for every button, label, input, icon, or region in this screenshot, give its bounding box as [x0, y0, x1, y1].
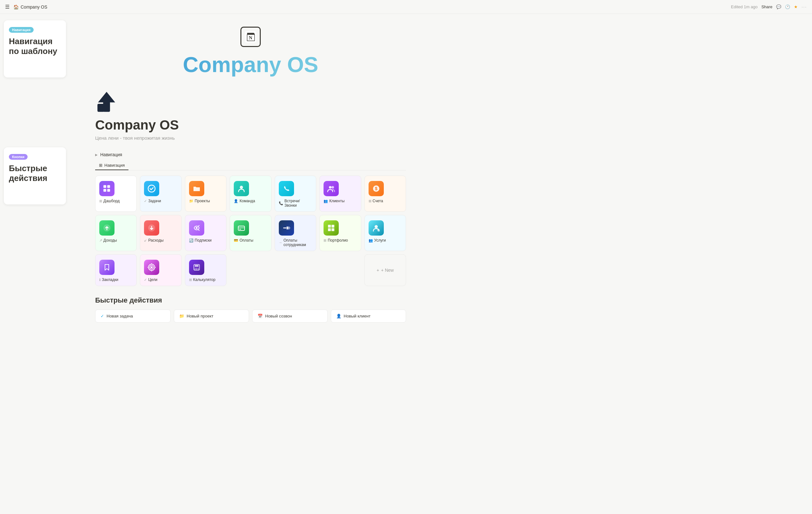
card-expenses[interactable]: ↙ Расходы [140, 215, 181, 251]
svg-rect-9 [107, 189, 110, 192]
svg-point-38 [198, 269, 199, 270]
new-project-button[interactable]: 📁 Новый проект [174, 309, 249, 323]
card-projects[interactable]: 📁 Проекты [185, 175, 227, 212]
svg-point-34 [196, 268, 197, 269]
card-subscriptions[interactable]: 🔄 Подписки [185, 215, 227, 251]
card-goals[interactable]: ✓ Цели [140, 254, 181, 286]
svg-point-18 [196, 227, 198, 229]
topbar-page-title: Company OS [21, 4, 47, 9]
new-call-label: Новый созвон [265, 314, 292, 319]
card-bookmarks[interactable]: ℹ Закладки [95, 254, 137, 286]
dashboard-label: ⊞ Дашборд [99, 199, 120, 203]
new-label: + New [381, 268, 394, 273]
new-client-label: Новый клиент [344, 314, 371, 319]
navigation-section-header: ▶ Навигация [95, 152, 406, 157]
topbar-right: Edited 1m ago Share 💬 🕐 ★ ··· [731, 4, 807, 9]
calculator-icon [189, 260, 204, 275]
cards-row-1: ⊞ Дашборд ✓ Задачи 📁 [95, 175, 406, 212]
svg-rect-7 [107, 185, 110, 188]
card-portfolio[interactable]: ⊞ Портфолио [319, 215, 361, 251]
new-task-label: Новая задача [107, 314, 133, 319]
page-header: Company OS Цена лени - твоя непрожитая ж… [95, 89, 406, 147]
card-services[interactable]: 👥 Услуги [365, 215, 406, 251]
card-accounts[interactable]: $ ⊞ Счета [365, 175, 406, 212]
card-meetings[interactable]: 📞 Встречи/Звонки [275, 175, 316, 212]
svg-point-30 [151, 266, 152, 268]
new-call-icon: 📅 [258, 314, 263, 319]
card-tasks[interactable]: ✓ Задачи [140, 175, 181, 212]
comment-icon[interactable]: 💬 [776, 4, 781, 9]
sidebar-hints: Навигация Навигация по шаблону Кнопки Бы… [0, 14, 70, 211]
star-icon[interactable]: ★ [794, 4, 798, 9]
share-button[interactable]: Share [761, 4, 772, 9]
projects-label: 📁 Проекты [189, 199, 210, 203]
triangle-icon[interactable]: ▶ [95, 153, 98, 157]
page-icon [95, 89, 118, 112]
svg-rect-6 [104, 185, 106, 188]
card-dashboard[interactable]: ⊞ Дашборд [95, 175, 137, 212]
svg-point-37 [196, 269, 197, 270]
svg-point-11 [240, 186, 243, 189]
svg-point-10 [148, 185, 155, 192]
accounts-icon: $ [369, 181, 384, 196]
tasks-label: ✓ Задачи [144, 199, 161, 203]
edited-label: Edited 1m ago [731, 4, 758, 9]
bookmarks-label: ℹ Закладки [99, 277, 118, 282]
clients-icon [323, 181, 339, 196]
calculator-label: ⊞ Калькулятор [189, 277, 215, 282]
new-client-button[interactable]: 👤 Новый клиент [331, 309, 406, 323]
nav-badge: Навигация [9, 27, 34, 33]
topbar-title: 🏠 Company OS [13, 4, 47, 9]
new-client-icon: 👤 [336, 314, 341, 319]
tasks-icon [144, 181, 159, 196]
svg-point-27 [377, 229, 380, 232]
menu-icon[interactable]: ☰ [5, 4, 9, 10]
team-label: 👤 Команда [234, 199, 255, 203]
svg-rect-25 [331, 228, 334, 231]
new-task-button[interactable]: ✓ Новая задача [95, 309, 171, 323]
home-icon: 🏠 [13, 4, 19, 9]
history-icon[interactable]: 🕐 [785, 4, 790, 9]
services-label: 👥 Услуги [369, 238, 386, 243]
card-income[interactable]: ↗ Доходы [95, 215, 137, 251]
portfolio-label: ⊞ Портфолио [323, 238, 348, 243]
quick-badge: Кнопки [9, 154, 28, 160]
card-payments[interactable]: 💳 Оплаты [230, 215, 271, 251]
meetings-label: 📞 Встречи/Звонки [279, 199, 312, 208]
card-salary[interactable]: → Оплаты сотрудникам [275, 215, 316, 251]
card-clients[interactable]: 👥 Клиенты [319, 175, 361, 212]
nav-tab-navigation[interactable]: ⊞ Навигация [95, 161, 128, 170]
dashboard-icon [99, 181, 115, 196]
svg-rect-24 [328, 228, 331, 231]
svg-point-36 [195, 269, 195, 270]
plus-icon: + [377, 268, 379, 273]
new-card-button[interactable]: + + New [365, 254, 406, 286]
quick-hint-card: Кнопки Быстрые действия [4, 147, 66, 205]
main-content: N Company OS Company OS Цена лени - твоя… [76, 14, 425, 342]
center-title: Company OS [95, 52, 406, 77]
topbar-left: ☰ 🏠 Company OS [5, 4, 47, 10]
services-icon [369, 220, 384, 236]
expenses-icon [144, 220, 159, 236]
expenses-label: ↙ Расходы [144, 238, 163, 243]
quick-hint-title: Быстрые действия [9, 163, 61, 183]
center-header: N Company OS [95, 27, 406, 77]
svg-point-13 [331, 186, 334, 189]
salary-label: → Оплаты сотрудникам [279, 238, 312, 247]
subscriptions-icon [189, 220, 204, 236]
new-project-icon: 📁 [179, 314, 184, 319]
bookmarks-icon [99, 260, 115, 275]
salary-icon [279, 220, 294, 236]
card-calculator[interactable]: ⊞ Калькулятор [185, 254, 227, 286]
more-icon[interactable]: ··· [802, 4, 807, 9]
new-call-button[interactable]: 📅 Новый созвон [252, 309, 328, 323]
svg-rect-20 [238, 227, 244, 228]
goals-icon [144, 260, 159, 275]
cards-row-2: ↗ Доходы ↙ Расходы [95, 215, 406, 251]
notion-logo: N [240, 27, 261, 47]
page-title: Company OS [95, 117, 179, 133]
svg-point-12 [329, 186, 331, 189]
card-team[interactable]: 👤 Команда [230, 175, 271, 212]
payments-label: 💳 Оплаты [234, 238, 253, 243]
topbar: ☰ 🏠 Company OS Edited 1m ago Share 💬 🕐 ★… [0, 0, 812, 14]
